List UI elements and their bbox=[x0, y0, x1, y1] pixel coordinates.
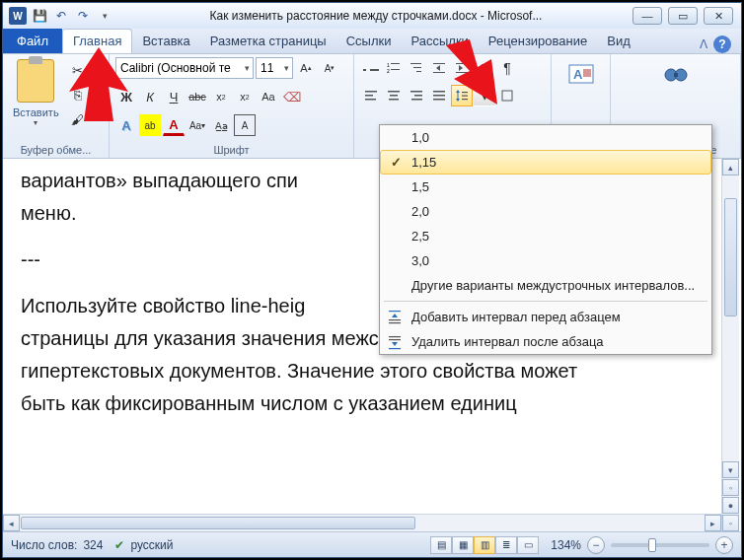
styles-button[interactable]: A bbox=[559, 57, 603, 93]
save-icon[interactable]: 💾 bbox=[31, 7, 48, 25]
zoom-in-button[interactable]: + bbox=[715, 536, 733, 554]
tab-page-layout[interactable]: Разметка страницы bbox=[200, 30, 336, 53]
zoom-out-button[interactable]: − bbox=[587, 536, 605, 554]
align-left-icon[interactable] bbox=[360, 85, 382, 106]
svg-rect-45 bbox=[389, 348, 401, 349]
zoom-thumb[interactable] bbox=[648, 538, 656, 552]
svg-rect-37 bbox=[674, 73, 678, 77]
svg-rect-21 bbox=[411, 99, 422, 101]
svg-rect-3 bbox=[391, 69, 400, 70]
horizontal-scrollbar[interactable]: ◂ ▸ bbox=[3, 514, 721, 531]
scroll-down-icon[interactable]: ▾ bbox=[722, 461, 739, 478]
clipboard-group-label: Буфер обме... bbox=[9, 142, 103, 158]
undo-icon[interactable]: ↶ bbox=[52, 7, 70, 25]
view-buttons: ▤ ▦ ▥ ≣ ▭ bbox=[430, 536, 539, 554]
char-shading-icon[interactable]: Aa▾ bbox=[186, 114, 208, 136]
scroll-left-icon[interactable]: ◂ bbox=[3, 515, 20, 531]
styles-icon: A bbox=[567, 61, 595, 89]
draft-view[interactable]: ▭ bbox=[517, 536, 539, 554]
help-icon[interactable]: ? bbox=[713, 35, 731, 53]
tab-view[interactable]: Вид bbox=[597, 30, 640, 53]
svg-rect-17 bbox=[390, 95, 398, 97]
spacing-option-2-5[interactable]: 2,5 bbox=[380, 224, 711, 248]
minimize-button[interactable]: — bbox=[632, 7, 662, 25]
spellcheck-icon: ✔ bbox=[114, 538, 124, 552]
window-title: Как изменить расстояние между строчками.… bbox=[119, 9, 632, 23]
svg-rect-13 bbox=[365, 91, 377, 93]
strike-icon[interactable]: abc bbox=[186, 86, 208, 107]
svg-rect-14 bbox=[365, 95, 373, 97]
spacing-option-3-0[interactable]: 3,0 bbox=[380, 248, 711, 273]
quick-access-toolbar: W 💾 ↶ ↷ ▾ bbox=[3, 7, 119, 25]
find-button[interactable] bbox=[654, 57, 698, 93]
grow-font-icon[interactable]: A▴ bbox=[295, 57, 317, 79]
svg-rect-42 bbox=[389, 336, 401, 337]
remove-space-after-icon bbox=[386, 333, 404, 351]
font-size-combo[interactable]: 11 bbox=[256, 57, 293, 79]
spacing-option-1-15[interactable]: 1,15 bbox=[380, 150, 711, 175]
bullets-icon[interactable] bbox=[360, 57, 382, 79]
spacing-option-1-5[interactable]: 1,5 bbox=[380, 175, 711, 199]
fullscreen-view[interactable]: ▦ bbox=[452, 536, 474, 554]
web-layout-view[interactable]: ▥ bbox=[474, 536, 495, 554]
zoom-control: 134% − + bbox=[551, 536, 733, 554]
svg-rect-6 bbox=[416, 71, 421, 72]
scroll-right-icon[interactable]: ▸ bbox=[705, 515, 721, 531]
qat-more-icon[interactable]: ▾ bbox=[96, 7, 113, 25]
shrink-font-icon[interactable]: A▾ bbox=[319, 57, 340, 79]
char-border-icon[interactable]: A bbox=[234, 114, 256, 136]
zoom-level[interactable]: 134% bbox=[551, 538, 581, 552]
language-status[interactable]: ✔ русский bbox=[114, 538, 173, 552]
tab-insert[interactable]: Вставка bbox=[132, 30, 199, 53]
clear-format-icon[interactable]: ⌫ bbox=[281, 86, 303, 107]
spacing-option-2-0[interactable]: 2,0 bbox=[380, 199, 711, 224]
annotation-arrow-1 bbox=[59, 47, 138, 126]
align-right-icon[interactable] bbox=[406, 85, 427, 106]
tab-references[interactable]: Ссылки bbox=[336, 30, 402, 53]
align-center-icon[interactable] bbox=[383, 85, 405, 106]
font-color-icon[interactable]: A bbox=[163, 114, 185, 136]
spacing-option-1-0[interactable]: 1,0 bbox=[380, 125, 711, 150]
zoom-slider[interactable] bbox=[611, 543, 709, 547]
superscript-icon[interactable]: x2 bbox=[234, 86, 256, 107]
svg-text:2: 2 bbox=[387, 68, 390, 74]
subscript-icon[interactable]: x2 bbox=[210, 86, 232, 107]
prev-page-icon[interactable]: ◦ bbox=[722, 479, 739, 496]
svg-rect-43 bbox=[389, 339, 401, 340]
multilevel-list-icon[interactable] bbox=[406, 57, 427, 79]
redo-icon[interactable]: ↷ bbox=[74, 7, 92, 25]
word-icon: W bbox=[9, 7, 27, 25]
paste-button[interactable]: Вставить ▾ bbox=[9, 57, 63, 129]
scroll-up-icon[interactable]: ▴ bbox=[722, 159, 739, 175]
doc-line: гипертекстовых документов. Значение этог… bbox=[21, 355, 713, 387]
italic-icon[interactable]: К bbox=[139, 86, 161, 107]
clipboard-icon bbox=[17, 59, 54, 103]
vertical-scrollbar[interactable]: ▴ ▾ ◦ ● ◦ bbox=[721, 159, 739, 531]
titlebar: W 💾 ↶ ↷ ▾ Как изменить расстояние между … bbox=[3, 3, 741, 29]
add-space-before[interactable]: Добавить интервал перед абзацем bbox=[380, 305, 711, 329]
remove-space-after[interactable]: Удалить интервал после абзаца bbox=[380, 329, 711, 354]
maximize-button[interactable]: ▭ bbox=[668, 7, 698, 25]
svg-rect-19 bbox=[410, 91, 422, 93]
change-case-icon[interactable]: Aa bbox=[258, 86, 279, 107]
underline-icon[interactable]: Ч bbox=[163, 86, 185, 107]
close-button[interactable]: ✕ bbox=[704, 7, 733, 25]
svg-rect-34 bbox=[583, 69, 591, 77]
statusbar: Число слов: 324 ✔ русский ▤ ▦ ▥ ≣ ▭ 134%… bbox=[3, 531, 741, 557]
numbering-icon[interactable]: 12 bbox=[383, 57, 405, 79]
vscroll-thumb[interactable] bbox=[724, 198, 737, 316]
highlight-icon[interactable]: ab bbox=[139, 114, 161, 136]
annotation-arrow-2 bbox=[434, 39, 509, 114]
enclose-chars-icon[interactable]: A̲a̲ bbox=[210, 114, 232, 136]
next-page-icon[interactable]: ◦ bbox=[722, 515, 739, 531]
spacing-options-more[interactable]: Другие варианты междустрочных интервалов… bbox=[380, 273, 711, 298]
print-layout-view[interactable]: ▤ bbox=[430, 536, 452, 554]
outline-view[interactable]: ≣ bbox=[495, 536, 517, 554]
hscroll-thumb[interactable] bbox=[21, 517, 415, 529]
svg-rect-5 bbox=[413, 67, 421, 68]
line-spacing-menu: 1,0 1,15 1,5 2,0 2,5 3,0 Другие варианты… bbox=[379, 124, 712, 355]
tab-file[interactable]: Файл bbox=[3, 29, 62, 53]
ribbon-collapse-icon[interactable]: ᐱ bbox=[700, 37, 707, 51]
browse-object-icon[interactable]: ● bbox=[722, 497, 739, 514]
word-count[interactable]: Число слов: 324 bbox=[11, 538, 103, 552]
